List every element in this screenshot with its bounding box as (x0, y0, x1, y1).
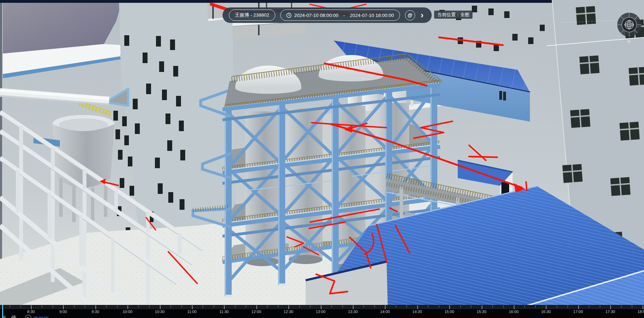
time-range-end: 2024-07-10 18:00:00 (350, 13, 394, 18)
clock-icon (286, 13, 292, 18)
current-location-label: 当前位置：全图 (437, 12, 469, 17)
timeline-minor-tick (106, 305, 107, 308)
timeline-tick-label: 10:00 (123, 310, 132, 314)
timeline-minor-tick (342, 305, 343, 308)
timeline-minor-tick (299, 305, 300, 308)
timeline-minor-tick (170, 305, 171, 308)
timeline-minor-tick (632, 305, 632, 308)
timeline-tick-label: 9:00 (60, 310, 67, 314)
timeline-minor-tick (245, 305, 246, 308)
timeline-minor-tick (138, 305, 139, 308)
timeline-minor-tick (235, 305, 236, 308)
timeline-minor-tick (278, 305, 279, 308)
timeline-minor-tick (267, 305, 268, 308)
current-location-badge: 当前位置：全图 (434, 11, 473, 19)
expand-panel-button[interactable]: › (420, 12, 424, 19)
top-toolbar: 王振博 - 238802 2024-07-10 08:00:00 - 2024-… (223, 7, 432, 23)
timeline-minor-tick (503, 305, 504, 308)
timeline-minor-tick (20, 305, 21, 308)
timeline-tick-label: 8:30 (27, 310, 35, 314)
timeline-minor-tick (52, 305, 53, 308)
playback-time-value: 08:00:00 (33, 316, 49, 318)
locate-target-button[interactable]: @ (405, 10, 415, 20)
timeline-minor-tick (85, 305, 85, 308)
timeline-minor-tick (439, 305, 439, 308)
timeline-minor-tick (396, 305, 396, 308)
timeline-minor-tick (600, 305, 600, 308)
time-range-picker[interactable]: 2024-07-10 08:00:00 - 2024-07-10 18:00:0… (280, 10, 400, 21)
timeline-tick-label: 18:00 (638, 310, 644, 314)
timeline-minor-tick (149, 305, 150, 308)
timeline-minor-tick (567, 305, 568, 308)
timeline-minor-tick (310, 305, 311, 308)
timeline-tick-label: 11:30 (219, 310, 229, 314)
timeline-minor-tick (10, 305, 10, 308)
playback-speed-label: 倍数 (11, 314, 17, 318)
time-range-start: 2024-07-10 08:00:00 (294, 13, 338, 18)
timeline-minor-tick (363, 305, 364, 308)
timeline-tick-label: 15:30 (477, 310, 487, 314)
timeline-tick-label: 13:00 (316, 310, 326, 314)
timeline-tick-label: 17:00 (573, 310, 583, 314)
time-range-separator: - (341, 13, 347, 18)
timeline-minor-tick (181, 305, 182, 308)
3d-scene-viewport[interactable]: N (0, 0, 644, 318)
timeline-minor-tick (471, 305, 471, 308)
timeline-tick-label: 12:00 (251, 310, 261, 314)
timeline-playhead[interactable] (2, 305, 3, 318)
timeline-tick-label: 10:30 (155, 310, 165, 314)
person-filter-chip[interactable]: 王振博 - 238802 (229, 10, 275, 21)
timeline-minor-tick (535, 305, 536, 308)
timeline-label-band: 8:309:009:3010:0010:3011:0011:3012:0012:… (0, 309, 644, 318)
timeline-minor-tick (213, 305, 214, 308)
locate-icon: @ (407, 12, 412, 18)
timeline-minor-tick (331, 305, 332, 308)
compass-north-label: N (627, 39, 630, 44)
timeline-minor-tick (621, 305, 622, 308)
timeline-tick-label: 14:00 (380, 310, 390, 314)
timeline-tick-label: 15:00 (444, 310, 454, 314)
timeline-tick-label: 9:30 (92, 310, 99, 314)
timeline-minor-tick (202, 305, 203, 308)
timeline-tick-label: 16:30 (541, 310, 551, 314)
timeline-tick-label: 11:00 (187, 310, 197, 314)
person-chip-label: 王振博 - 238802 (235, 12, 269, 18)
timeline-minor-tick (524, 305, 525, 308)
timeline-tick-label: 16:00 (509, 310, 519, 314)
timeline-minor-tick (74, 305, 75, 308)
timeline-tick-label: 14:30 (412, 310, 422, 314)
timeline-minor-tick (406, 305, 407, 308)
timeline-minor-tick (557, 305, 557, 308)
timeline-tick-label: 17:30 (605, 310, 615, 314)
chevron-right-icon: › (421, 12, 424, 19)
timeline-tick-label: 13:30 (348, 310, 358, 314)
play-icon: ▶ (27, 317, 29, 318)
timeline-minor-tick (42, 305, 42, 308)
timeline-minor-tick (492, 305, 493, 308)
timeline-minor-tick (374, 305, 375, 308)
timeline-minor-tick (117, 305, 118, 308)
timeline-minor-tick (589, 305, 589, 308)
timeline-minor-tick (428, 305, 429, 308)
timeline-tick-label: 12:30 (283, 310, 293, 314)
timeline-minor-tick (460, 305, 461, 308)
